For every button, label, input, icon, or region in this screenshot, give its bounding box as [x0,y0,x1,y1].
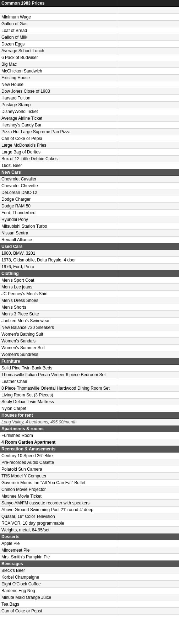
table-row: Large McDonald's Fries [0,142,179,149]
item-price [117,574,179,580]
table-row: Gallon of Milk [0,34,179,41]
table-row: Harvard Tuition [0,95,179,102]
table-row: Box of 12 Little Debbie Cakes [0,156,179,162]
table-row: Can of Coke or Pepsi [0,135,179,142]
table-row: Dozen Eggs [0,41,179,48]
table-row: Solid Pine Twin Bunk Beds [0,365,179,372]
item-name: 1976, Ford, Pinto [0,264,117,270]
item-name: Matinee Movie Ticket [0,493,117,499]
item-price [117,216,179,223]
table-row: Chevrolet Chevette [0,183,179,189]
table-row: Above Ground Swimming Pool 21' round 4' … [0,507,179,513]
item-price [117,513,179,520]
item-name: Korbel Champaigne [0,574,117,580]
item-price [117,122,179,128]
table-row: DeLorean DMC-12 [0,189,179,196]
item-price [117,223,179,229]
item-name: Nylon Carpet [0,405,117,412]
table-row: RCA VCR, 10 day programmable [0,520,179,527]
item-name: Minimum Wage [0,14,117,20]
item-price [117,601,179,607]
item-name: Postage Stamp [0,102,117,108]
table-row: Living Room Set (3 Pieces) [0,392,179,399]
item-name: 6 Pack of Budwiser [0,54,117,61]
table-row: Apple Pie [0,540,179,547]
item-name: Above Ground Swimming Pool 21' round 4' … [0,507,117,513]
item-name: 1978, Oldsmobile, Delta Royale, 4 door [0,257,117,263]
item-name: Century 10 Speed 26" Bike [0,453,117,459]
table-row: New Balance 730 Sneakers [0,324,179,331]
item-name: Dozen Eggs [0,41,117,47]
item-name: 1980, BMW, 3201 [0,250,117,256]
table-row: Matinee Movie Ticket [0,493,179,500]
item-price [117,473,179,479]
section-label: Houses for rent [0,412,117,418]
table-row: Postage Stamp [0,102,179,108]
item-name: Furnished Room [0,432,117,439]
item-name: Ford, Thunderbird [0,210,117,216]
item-name: Polaroid Sun Camera [0,466,117,472]
item-name: Women's Bathing Suit [0,331,117,337]
table-row: Dow Jones Close of 1983 [0,88,179,95]
table-row: Sealy Deluxe Twin Mattress [0,399,179,405]
item-price [117,527,179,533]
item-name: Tea Bags [0,601,117,607]
item-name: Jantzen Men's Swimwear [0,318,117,324]
item-price [117,183,179,189]
item-name: DeLorean DMC-12 [0,189,117,196]
table-row: Nylon Carpet [0,405,179,412]
item-name: Chevrolet Chevette [0,183,117,189]
table-row: Polaroid Sun Camera [0,466,179,473]
item-price [117,378,179,385]
item-name: New Balance 730 Sneakers [0,324,117,331]
section-label: Recreation & Amusements [0,446,117,452]
table-row: Long Valley, 4 bedrooms, 495.00/month [0,419,179,426]
table-row: Women's Summer Suit [0,345,179,351]
section-label: Desserts [0,534,117,540]
table-row: Average Airline Ticket [0,115,179,122]
item-name: Men's Dress Shoes [0,297,117,304]
item-price [117,61,179,67]
table-row: Ford, Thunderbird [0,210,179,216]
item-price [117,264,179,270]
item-price [117,324,179,331]
item-price [117,54,179,61]
item-price [117,156,179,162]
item-price [117,81,179,88]
table-row: Dodge RAM 50 [0,203,179,210]
table-row: McChicken Sandwich [0,68,179,75]
item-name: Hyundai Pony [0,216,117,223]
table-row: 8 Piece Thomasville Oriental Hardwood Di… [0,385,179,392]
table-row: 6 Pack of Budwiser [0,54,179,61]
table-row: Nissan Sentra [0,230,179,237]
table-row: 4 Room Garden Apartment [0,439,179,446]
item-name: Renault Alliance [0,237,117,243]
table-row: Large Bag of Doritos [0,149,179,156]
item-price [117,189,179,196]
table-row: Pizza Hut Large Supreme Pan Pizza [0,129,179,135]
item-name: Long Valley, 4 bedrooms, 495.00/month [0,419,117,425]
table-row: Minimum Wage [0,14,179,21]
table-row: Mincemeat Pie [0,547,179,554]
item-price [117,102,179,108]
item-name: Mincemeat Pie [0,547,117,553]
table-row: Pre-recorded Audio Casette [0,459,179,466]
item-name: Harvard Tuition [0,95,117,101]
item-name: Sealy Deluxe Twin Mattress [0,399,117,405]
item-price [117,75,179,81]
section-label: New Cars [0,169,117,175]
table-row: 1978, Oldsmobile, Delta Royale, 4 door [0,257,179,264]
item-name: Women's Sundress [0,351,117,358]
item-name: RCA VCR, 10 day programmable [0,520,117,526]
table-row: Average School Lunch [0,48,179,54]
item-price [117,581,179,587]
item-name: Chinon Movie Projector [0,486,117,493]
item-name: Bardens Egg Nog [0,588,117,594]
section-label: Apartments & rooms [0,426,117,432]
table-row: Existing House [0,75,179,81]
item-price [117,405,179,412]
table-row: Dodge Charger [0,196,179,203]
table-row: Women's Sundress [0,351,179,358]
item-name: Mitsubishi Starion Turbo [0,223,117,229]
item-price [117,547,179,553]
